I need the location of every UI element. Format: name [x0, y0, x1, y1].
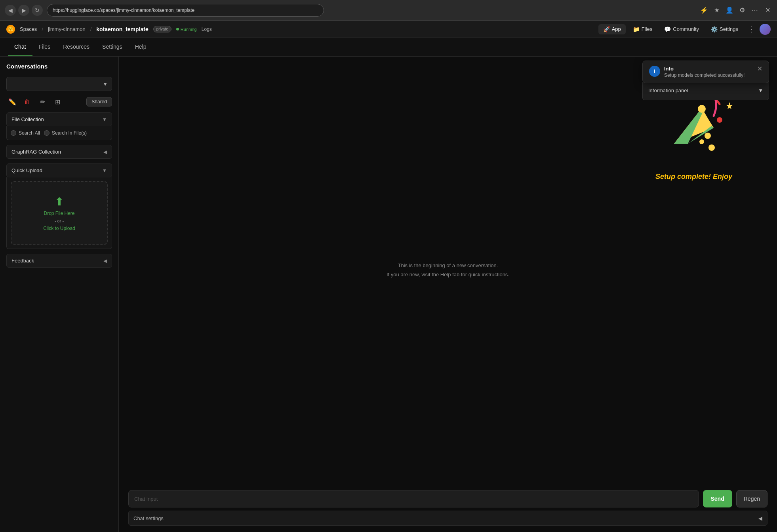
spaces-label[interactable]: Spaces	[20, 26, 37, 32]
app-nav: Chat Files Resources Settings Help	[0, 38, 777, 57]
info-content: Info Setup models completed successfully…	[664, 66, 753, 78]
conversations-title: Conversations	[6, 63, 112, 70]
feedback-title: Feedback	[11, 258, 34, 264]
space-name[interactable]: kotaemon_template	[96, 26, 148, 32]
appbar-tab-files[interactable]: 📁 Files	[628, 24, 657, 34]
info-panel-dropdown[interactable]: Information panel ▼	[642, 80, 769, 100]
private-badge: private	[153, 26, 171, 32]
upload-icon: ⬆	[55, 195, 64, 208]
chat-settings-bar[interactable]: Chat settings ◀	[128, 511, 767, 526]
running-dot	[176, 28, 179, 30]
chat-settings-arrow: ◀	[758, 515, 762, 521]
back-button[interactable]: ◀	[5, 5, 16, 16]
breadcrumb-sep: /	[42, 26, 43, 32]
file-collection-section: File Collection ▼ Search All Search In F…	[6, 112, 112, 140]
huggingface-appbar: 🤗 Spaces / jimmy-cinnamon / kotaemon_tem…	[0, 21, 777, 38]
quick-upload-content: ⬆ Drop File Here - or - Click to Upload	[6, 177, 112, 249]
appbar-tab-community[interactable]: 💬 Community	[659, 24, 704, 34]
logs-link[interactable]: Logs	[202, 27, 212, 32]
toolbar-row: ✏️ 🗑 ✏ ⊞ Shared	[6, 96, 112, 108]
file-collection-header[interactable]: File Collection ▼	[6, 112, 112, 126]
search-all-toggle[interactable]: Search All	[11, 130, 40, 136]
main-app: Chat Files Resources Settings Help Conve…	[0, 38, 777, 532]
click-to-upload-text: Click to Upload	[43, 226, 75, 231]
split-view-icon[interactable]: ⊞	[51, 96, 63, 108]
feedback-header[interactable]: Feedback ◀	[6, 254, 112, 268]
browser-nav-buttons: ◀ ▶ ↻	[5, 5, 43, 16]
conversations-dropdown-arrow: ▼	[103, 81, 108, 87]
settings-icon[interactable]: ⚙	[737, 6, 747, 15]
confetti-dot-red2	[717, 117, 722, 123]
info-body: Setup models completed successfully!	[664, 72, 753, 78]
nav-tab-chat[interactable]: Chat	[8, 38, 32, 56]
address-bar[interactable]: https://huggingface.co/spaces/jimmy-cinn…	[47, 4, 324, 17]
graphrag-header[interactable]: GraphRAG Collection ◀	[6, 145, 112, 159]
info-panel-label: Information panel	[648, 87, 688, 93]
extensions-icon[interactable]: ⚡	[699, 6, 709, 15]
url-text: https://huggingface.co/spaces/jimmy-cinn…	[53, 8, 194, 13]
quick-upload-section: Quick Upload ▼ ⬆ Drop File Here - or - C…	[6, 163, 112, 249]
files-tab-icon: 📁	[633, 26, 640, 32]
content-area: Conversations ▼ ✏️ 🗑 ✏ ⊞ Shared File Col…	[0, 57, 777, 532]
new-conversation-message: This is the beginning of a new conversat…	[387, 261, 509, 279]
delete-conversation-icon[interactable]: 🗑	[21, 96, 33, 108]
chat-input-row: Send Regen	[128, 490, 767, 507]
sparkle-star-3	[726, 102, 733, 109]
chat-input-area: Send Regen Chat settings ◀	[119, 484, 777, 532]
hf-logo: 🤗	[6, 25, 15, 34]
chat-input[interactable]	[128, 490, 699, 507]
quick-upload-arrow: ▼	[102, 168, 107, 173]
upload-dropzone[interactable]: ⬆ Drop File Here - or - Click to Upload	[11, 181, 108, 245]
app-tab-icon: 🚀	[603, 26, 610, 32]
favorites-icon[interactable]: ★	[712, 6, 722, 15]
feedback-arrow: ◀	[103, 258, 107, 264]
close-icon[interactable]: ✕	[763, 6, 772, 15]
feedback-section: Feedback ◀	[6, 254, 112, 268]
quick-upload-header[interactable]: Quick Upload ▼	[6, 163, 112, 177]
or-text: - or -	[55, 218, 64, 223]
settings-tab-label: Settings	[720, 26, 738, 32]
chat-main: This is the beginning of a new conversat…	[119, 57, 777, 532]
appbar-tab-settings[interactable]: ⚙️ Settings	[706, 24, 743, 34]
new-conversation-icon[interactable]: ✏️	[6, 96, 18, 108]
conversations-dropdown[interactable]: ▼	[6, 77, 112, 91]
nav-tab-help[interactable]: Help	[129, 38, 153, 56]
chat-settings-label: Chat settings	[133, 515, 164, 521]
community-tab-icon: 💬	[664, 26, 671, 32]
cone-tip	[698, 105, 706, 113]
username[interactable]: jimmy-cinnamon	[48, 26, 86, 32]
graphrag-arrow: ◀	[103, 149, 107, 155]
info-notification: i Info Setup models completed successful…	[642, 61, 769, 83]
more-icon[interactable]: ⋯	[750, 6, 760, 15]
running-label: Running	[181, 27, 197, 32]
app-tab-label: App	[612, 26, 621, 32]
forward-button[interactable]: ▶	[18, 5, 29, 16]
info-panel-arrow: ▼	[758, 87, 763, 93]
browser-chrome: ◀ ▶ ↻ https://huggingface.co/spaces/jimm…	[0, 0, 777, 21]
send-button[interactable]: Send	[703, 490, 732, 507]
files-tab-label: Files	[642, 26, 652, 32]
browser-actions: ⚡ ★ 👤 ⚙ ⋯ ✕	[699, 6, 772, 15]
appbar-more-button[interactable]: ⋮	[745, 25, 757, 34]
info-title: Info	[664, 66, 753, 72]
reload-button[interactable]: ↻	[32, 5, 43, 16]
quick-upload-title: Quick Upload	[11, 167, 42, 173]
community-tab-label: Community	[673, 26, 699, 32]
regen-button[interactable]: Regen	[736, 490, 767, 507]
appbar-tab-app[interactable]: 🚀 App	[598, 24, 626, 34]
nav-tab-settings[interactable]: Settings	[96, 38, 129, 56]
edit-icon[interactable]: ✏	[36, 96, 48, 108]
notification-close-button[interactable]: ✕	[757, 66, 762, 72]
profile-icon[interactable]: 👤	[725, 6, 734, 15]
nav-tab-files[interactable]: Files	[32, 38, 57, 56]
search-all-label: Search All	[19, 130, 40, 136]
file-collection-arrow: ▼	[102, 117, 107, 122]
search-in-files-circle	[44, 130, 50, 136]
shared-button[interactable]: Shared	[86, 97, 112, 106]
breadcrumb-sep2: /	[90, 26, 92, 32]
graphrag-title: GraphRAG Collection	[11, 149, 61, 155]
search-in-files-toggle[interactable]: Search In File(s)	[44, 130, 87, 136]
avatar[interactable]	[760, 24, 771, 35]
search-all-toggle-circle	[11, 130, 16, 136]
nav-tab-resources[interactable]: Resources	[57, 38, 96, 56]
